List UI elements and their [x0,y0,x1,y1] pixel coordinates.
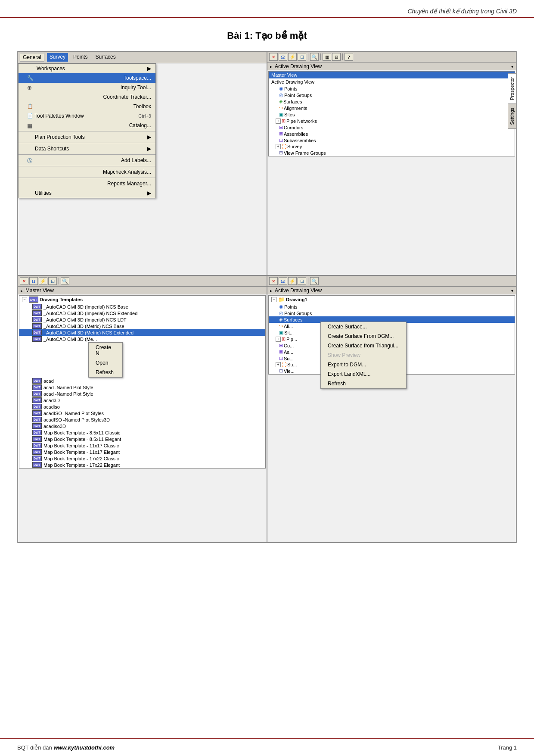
tree-points[interactable]: ◉ Points [269,85,515,92]
template-item[interactable]: DWTMap Book Template - 11x17 Elegant [19,449,265,455]
tree-drawing1-root[interactable]: − 📁 Drawing1 [269,296,515,303]
br-su1-icon: ⊡ [279,356,283,361]
bl-search-btn[interactable]: 🔍 [61,277,69,285]
grid2-btn[interactable]: ⊟ [332,53,341,61]
toolbar-btn-2[interactable]: ⚡ [288,53,297,61]
template-item[interactable]: DWTacadiso [19,403,265,410]
template-item[interactable]: DWTacad -Named Plot Style [19,390,265,397]
br-su2-expander[interactable]: + [276,362,281,367]
template-item[interactable]: DWTacad -Named Plot Style [19,384,265,390]
close-btn[interactable]: ✕ [269,53,278,61]
tree-point-groups[interactable]: ◎ Point Groups [269,92,515,98]
bl-btn-1[interactable]: Ω [29,277,38,285]
menu-coordinate-tracker[interactable]: Coordinate Tracker... [19,92,155,102]
d1-expander[interactable]: − [271,297,276,302]
bl-btn-2[interactable]: ⚡ [39,277,47,285]
ctx-export-dgm[interactable]: Export to DGM... [321,360,406,369]
bl-btn-3[interactable]: ⊡ [48,277,57,285]
br-tree-point-groups[interactable]: ◎ Point Groups [269,310,515,316]
template-item[interactable]: DWT_AutoCAD Civil 3D (Imperial) NCS LDT [19,316,265,323]
menu-add-labels[interactable]: Ⓐ Add Labels... [19,156,155,165]
tree-sites[interactable]: ▣ Sites [269,111,515,118]
template-item[interactable]: DWTMap Book Template - 11x17 Classic [19,442,265,449]
template-item[interactable]: DWTacadISO -Named Plot Styles [19,410,265,416]
menu-general[interactable]: General [20,53,44,62]
br-btn-2[interactable]: ⚡ [288,277,297,285]
bl-label-bar: ▸ Master View [18,287,267,294]
menu-utilities[interactable]: Utilities ▶ [19,188,155,198]
template-item[interactable]: DWTacad3D [19,397,265,403]
template-item[interactable]: DWT_AutoCAD Civil 3D (Me... [19,336,265,342]
template-ctx-item[interactable]: Refresh [89,368,122,377]
ctx-export-landxml[interactable]: Export LandXML... [321,369,406,379]
corridor-icon: ⊟ [279,125,283,130]
br-search-btn[interactable]: 🔍 [310,277,319,285]
ctx-create-surface-tri[interactable]: Create Surface from Triangul... [321,341,406,350]
menu-mapcheck[interactable]: Mapcheck Analysis... [19,167,155,177]
template-item[interactable]: DWTacadISO -Named Plot Styles3D [19,416,265,423]
pipe-expander[interactable]: + [276,119,281,124]
dropdown-icon[interactable]: ▾ [511,64,513,69]
br-btn-3[interactable]: ⊡ [298,277,306,285]
align-icon: ↪ [279,105,283,111]
bl-close-btn[interactable]: ✕ [20,277,28,285]
template-item[interactable]: DWT_AutoCAD Civil 3D (Metric) NCS Extend… [19,329,265,336]
tree-assemblies[interactable]: ⊠ Assemblies [269,131,515,137]
toolbar-btn-1[interactable]: Ω [279,53,287,61]
tree-active-drawing-view[interactable]: Active Drawing View [269,78,515,85]
prospector-tab[interactable]: Prospector [508,73,516,104]
page-title: Bài 1: Tạo bề mặt [0,18,534,51]
search-btn[interactable]: 🔍 [310,53,319,61]
tree-view-frame-groups[interactable]: ⊞ View Frame Groups [269,150,515,156]
tree-drawing-templates-root[interactable]: − DWT Drawing Templates [19,296,265,303]
menu-data-shortcuts[interactable]: Data Shortcuts ▶ [19,144,155,153]
menu-inquiry-tool[interactable]: ⊕ Inquiry Tool... [19,83,155,92]
menu-surfaces[interactable]: Surfaces [93,53,118,62]
template-item[interactable]: DWTMap Book Template - 8.5x11 Classic [19,429,265,436]
menu-reports-manager[interactable]: Reports Manager... [19,179,155,188]
template-item[interactable]: DWTacad [19,378,265,384]
tree-master-view[interactable]: Master View [269,72,515,78]
template-item[interactable]: DWTMap Book Template - 17x22 Classic [19,455,265,462]
survey-expander[interactable]: + [276,144,281,149]
tree-subassemblies[interactable]: ⊡ Subassemblies [269,137,515,144]
template-item[interactable]: DWT_AutoCAD Civil 3D (Metric) NCS Base [19,323,265,329]
menu-survey[interactable]: Survey [47,53,68,62]
master-view-label: Master View [271,72,297,78]
tree-corridors[interactable]: ⊟ Corridors [269,124,515,131]
br-close-btn[interactable]: ✕ [269,277,278,285]
tree-surfaces[interactable]: ◈ Surfaces [269,98,515,105]
template-ctx-item[interactable]: Open [89,358,122,368]
template-item[interactable]: DWTMap Book Template - 8.5x11 Elegant [19,436,265,442]
ctx-refresh[interactable]: Refresh [321,379,406,388]
br-pip-expander[interactable]: + [276,337,281,342]
menu-tool-palettes[interactable]: 📄 Tool Palettes Window Ctrl+3 [19,111,155,121]
settings-tab[interactable]: Settings [508,104,516,129]
menu-toolbox[interactable]: 📋 Toolbox [19,102,155,111]
template-ctx-item[interactable]: Create N [89,343,122,358]
grid-btn[interactable]: ▦ [323,53,331,61]
toolbar-btn-3[interactable]: ⊡ [298,53,306,61]
menu-workspaces[interactable]: Workspaces ▶ [19,64,155,73]
br-as-label: As... [284,350,293,355]
tree-alignments[interactable]: ↪ Alignments [269,105,515,111]
tree-pipe-networks[interactable]: + ⊞ Pipe Networks [269,118,515,124]
template-item[interactable]: DWT_AutoCAD Civil 3D (Imperial) NCS Base [19,303,265,310]
alignments-label: Alignments [284,106,307,111]
br-dropdown-icon[interactable]: ▾ [511,288,513,293]
dt-expander[interactable]: − [22,297,27,302]
template-item[interactable]: DWT_AutoCAD Civil 3D (Imperial) NCS Exte… [19,310,265,316]
br-tree-points[interactable]: ◉ Points [269,303,515,310]
br-btn-1[interactable]: Ω [279,277,287,285]
ctx-create-surface[interactable]: Create Surface... [321,322,406,331]
tree-survey[interactable]: + ⛶ Survey [269,144,515,150]
menu-plan-production[interactable]: Plan Production Tools ▶ [19,132,155,142]
template-item[interactable]: DWTMap Book Template - 17x22 Elegant [19,462,265,468]
menu-toolspace[interactable]: 🔧 Toolspace... [19,73,155,83]
help-btn[interactable]: ? [345,53,353,61]
menu-catalog[interactable]: ▦ Catalog... [19,121,155,130]
template-item[interactable]: DWTacadiso3D [19,423,265,429]
br-vie-icon: ⊞ [279,368,283,374]
ctx-create-surface-dgm[interactable]: Create Surface From DGM... [321,331,406,341]
menu-points[interactable]: Points [71,53,90,62]
